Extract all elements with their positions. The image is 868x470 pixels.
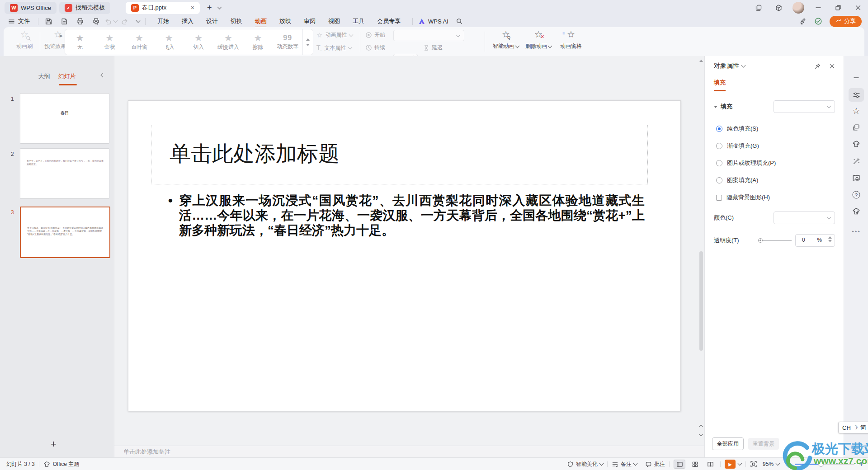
gallery-item-cut-in[interactable]: ★切入 — [184, 29, 214, 55]
notes-button[interactable]: 备注 — [612, 461, 637, 468]
panel-close-icon[interactable] — [829, 63, 835, 69]
scrollbar-thumb[interactable] — [699, 251, 703, 351]
canvas-scrollbar[interactable] — [698, 57, 704, 445]
animation-painter-button[interactable]: ☆ 动画刷 — [12, 30, 37, 50]
fill-tab[interactable]: 填充 — [714, 79, 726, 91]
collapse-panel-button[interactable] — [853, 74, 860, 81]
gallery-item-fly-in[interactable]: ★飞入 — [154, 29, 184, 55]
comments-button[interactable]: 批注 — [645, 461, 665, 468]
menu-tools[interactable]: 工具 — [346, 17, 371, 25]
menu-home[interactable]: 开始 — [151, 17, 175, 25]
undo-history-chevron-icon[interactable] — [113, 19, 118, 23]
spin-down-icon[interactable] — [828, 240, 832, 242]
transparency-slider[interactable] — [758, 238, 792, 243]
windows-stack-icon[interactable] — [750, 1, 768, 14]
slide-sorter-view-button[interactable] — [689, 460, 701, 469]
section-collapse-icon[interactable] — [714, 106, 717, 108]
more-tools-icon[interactable]: ••• — [852, 228, 861, 235]
play-options-chevron-icon[interactable] — [738, 461, 742, 466]
slide-thumbnail-3-selected[interactable]: 穿上汉服来一场沉浸式“国风赏花”、去川西赏梨花同时深入藏区体验地道藏式生活……今… — [20, 207, 110, 258]
minimize-button[interactable] — [809, 1, 827, 14]
reading-view-button[interactable] — [704, 460, 716, 469]
export-icon[interactable] — [61, 18, 68, 25]
print-icon[interactable] — [76, 18, 84, 25]
tab-document-chunri[interactable]: P 春日.pptx × — [126, 2, 200, 14]
close-button[interactable] — [849, 1, 867, 14]
properties-toolbar-button-selected[interactable] — [849, 88, 864, 102]
new-tab-button[interactable]: + — [207, 3, 212, 13]
office-theme-label[interactable]: Office 主题 — [50, 461, 79, 468]
gallery-scroll-up-icon[interactable] — [306, 38, 310, 41]
app-integration-icon[interactable] — [769, 1, 788, 14]
zoom-slider[interactable] — [795, 461, 854, 467]
zoom-slider-thumb[interactable] — [818, 461, 824, 467]
panel-title-chevron-icon[interactable] — [741, 63, 746, 68]
tab-list-chevron-icon[interactable] — [217, 5, 222, 9]
cleanup-icon[interactable] — [799, 18, 807, 25]
search-icon[interactable] — [456, 18, 463, 25]
outline-tab[interactable]: 大纲 — [38, 72, 50, 80]
gallery-item-box[interactable]: ★盒状 — [95, 29, 125, 55]
slide-page[interactable]: 单击此处添加标题 • 穿上汉服来一场沉浸式“国风赏花”、去川西赏梨花同时深入藏区… — [128, 100, 681, 411]
gallery-item-blinds[interactable]: ★百叶窗 — [124, 29, 154, 55]
menu-animation[interactable]: 动画 — [249, 17, 273, 25]
zoom-level[interactable]: 95% — [763, 461, 774, 467]
gallery-item-slow-enter[interactable]: ★缓慢进入 — [213, 29, 243, 55]
text-properties-button[interactable]: T◦ 文本属性 — [316, 44, 352, 52]
spin-up-icon[interactable] — [828, 236, 832, 239]
delete-animation-button[interactable]: ☆✕ 删除动画 — [524, 30, 553, 50]
redo-icon[interactable] — [121, 18, 128, 25]
tab-docer-template[interactable]: 找稻壳模板 — [59, 2, 110, 14]
sync-check-icon[interactable] — [814, 17, 822, 25]
play-slideshow-button[interactable]: ▶ — [725, 460, 736, 469]
wps-ai-button[interactable]: WPS AI — [418, 18, 448, 25]
undo-icon[interactable] — [104, 18, 112, 25]
zoom-chevron-icon[interactable] — [776, 461, 780, 466]
fill-option-pattern[interactable]: 图案填充(A) — [705, 167, 844, 184]
selection-pane-icon[interactable] — [853, 124, 860, 132]
fill-style-select[interactable] — [774, 100, 835, 113]
toolbar-more-chevron-icon[interactable] — [136, 19, 141, 23]
menu-transitions[interactable]: 切换 — [224, 17, 249, 25]
zoom-out-button[interactable]: − — [786, 460, 790, 469]
file-menu[interactable]: 文件 — [0, 17, 34, 25]
reset-background-button[interactable]: 重置背景 — [748, 438, 779, 450]
slider-thumb[interactable] — [758, 238, 763, 243]
print-preview-icon[interactable] — [92, 18, 100, 25]
pin-icon[interactable] — [814, 63, 821, 70]
smart-animation-button[interactable]: ☆Q 智能动画 — [491, 30, 521, 50]
color-select[interactable] — [774, 212, 835, 224]
user-avatar[interactable] — [789, 1, 807, 14]
title-placeholder[interactable]: 单击此处添加标题 — [151, 125, 648, 184]
menu-view[interactable]: 视图 — [322, 17, 346, 25]
gallery-item-dynamic-number[interactable]: 99动态数字 — [273, 29, 302, 55]
zoom-in-button[interactable]: + — [859, 460, 863, 469]
fill-option-solid[interactable]: 纯色填充(S) — [705, 113, 844, 133]
fit-to-window-icon[interactable] — [750, 461, 757, 468]
design-skin-icon[interactable] — [852, 140, 860, 148]
tab-close-icon[interactable]: × — [191, 4, 194, 11]
animation-pane-toolbar-icon[interactable]: ☆ — [852, 106, 860, 116]
start-trigger-select[interactable] — [393, 30, 464, 41]
gallery-item-none[interactable]: ★无 — [65, 29, 95, 55]
menu-review[interactable]: 审阅 — [297, 17, 322, 25]
slide-thumbnail-1[interactable]: 春日 — [20, 93, 109, 144]
notes-bar[interactable]: 单击此处添加备注 — [114, 446, 704, 458]
tab-wps-office[interactable]: W WPS Office — [5, 2, 57, 14]
animation-pane-button[interactable]: ☆≡ 动画窗格 — [556, 30, 586, 50]
menu-design[interactable]: 设计 — [200, 17, 224, 25]
gallery-item-wipe[interactable]: ★擦除 — [243, 29, 273, 55]
share-button[interactable]: 分享 — [830, 16, 862, 27]
restore-button[interactable] — [829, 1, 847, 14]
apply-all-button[interactable]: 全部应用 — [712, 437, 744, 450]
normal-view-button[interactable] — [674, 460, 685, 469]
transparency-input[interactable]: 0 % — [795, 234, 835, 247]
menu-insert[interactable]: 插入 — [175, 17, 200, 25]
smart-beautify-button[interactable]: 智能美化 — [567, 461, 603, 468]
previous-slide-icon[interactable] — [699, 425, 703, 429]
help-icon[interactable]: ? — [853, 191, 860, 199]
slides-tab[interactable]: 幻灯片 — [58, 72, 76, 80]
body-text-box[interactable]: • 穿上汉服来一场沉浸式“国风赏花”、去川西赏梨花同时深入藏区体验地道藏式生活…… — [168, 193, 645, 238]
slide-editing-canvas[interactable]: 单击此处添加标题 • 穿上汉服来一场沉浸式“国风赏花”、去川西赏梨花同时深入藏区… — [114, 56, 704, 446]
magic-wand-icon[interactable] — [853, 158, 860, 165]
